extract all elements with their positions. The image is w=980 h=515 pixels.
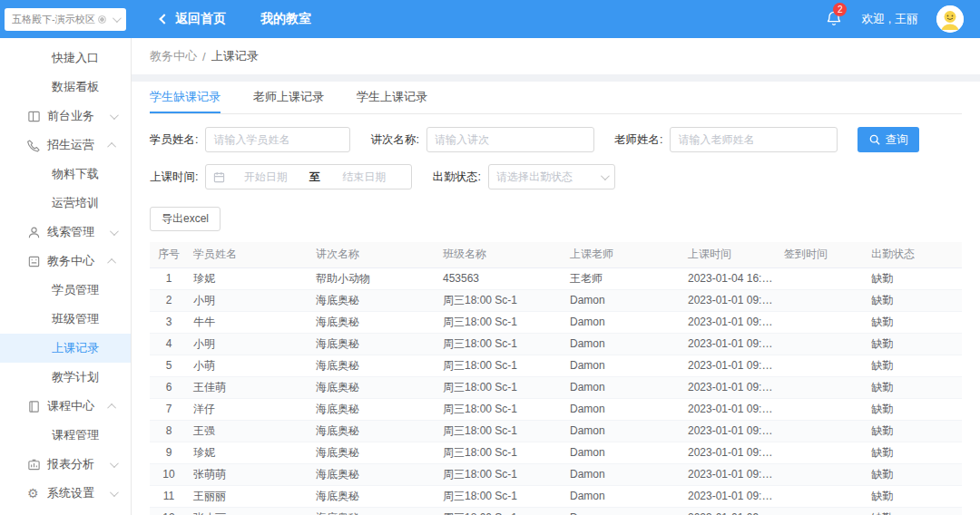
chevron-up-icon [107,258,116,267]
avatar[interactable] [936,5,964,33]
attendance-status-label: 出勤状态: [432,170,480,185]
table-row: 10张萌萌海底奥秘周三18:00 Sc-1Damon2023-01-01 09:… [150,463,962,485]
cell-讲次名称: 海底奥秘 [310,463,437,485]
chevron-down-icon [110,111,119,120]
sidebar-item-物料下载[interactable]: 物料下载 [0,160,131,189]
search-icon [869,134,880,145]
cell-学员姓名: 珍妮 [188,442,310,463]
notification-bell-button[interactable]: 2 [825,9,843,30]
tab-老师上课记录[interactable]: 老师上课记录 [253,82,324,113]
sidebar-item-报表分析[interactable]: 报表分析 [0,450,131,479]
student-name-input[interactable] [205,127,350,152]
campus-badge-icon [98,15,106,24]
cell-班级名称: 周三18:00 Sc-1 [437,463,564,485]
sidebar-item-label: 班级管理 [52,305,99,334]
cell-签到时间 [779,311,866,333]
cell-签到时间 [779,267,866,289]
cell-讲次名称: 帮助小动物 [310,267,437,289]
cell-签到时间 [779,442,866,463]
cell-讲次名称: 海底奥秘 [310,442,437,463]
cell-学员姓名: 王丽丽 [188,485,310,507]
search-button[interactable]: 查询 [858,127,919,152]
sidebar-item-课程中心[interactable]: 课程中心 [0,392,131,421]
cell-出勤状态: 缺勤 [866,333,962,355]
campus-select[interactable]: 五格殿下-演示校区 [5,8,126,31]
attendance-status-select[interactable]: 请选择出勤状态 [488,164,615,189]
sidebar-item-学员管理[interactable]: 学员管理 [0,276,131,305]
back-home-link[interactable]: 返回首页 [161,11,226,27]
breadcrumb-current: 上课记录 [211,48,259,64]
cell-上课老师: Damon [564,420,682,442]
student-name-label: 学员姓名: [150,132,198,148]
layout-icon [27,110,41,123]
sidebar-item-教务中心[interactable]: 教务中心 [0,247,131,276]
attendance-status-placeholder: 请选择出勤状态 [496,170,601,185]
chart-icon [27,458,41,471]
sidebar-item-label: 运营培训 [52,189,99,218]
teacher-name-input[interactable] [670,127,838,152]
cell-上课时间: 2023-01-01 09:19:09 [682,398,779,420]
sidebar-item-label: 前台业务 [47,102,94,131]
cell-签到时间 [779,355,866,376]
cell-签到时间 [779,376,866,398]
sidebar-item-系统设置[interactable]: ⚙系统设置 [0,479,131,508]
cell-班级名称: 周三18:00 Sc-1 [437,507,564,515]
cell-学员姓名: 张小丽 [188,507,310,515]
cell-班级名称: 周三18:00 Sc-1 [437,333,564,355]
sidebar-item-快捷入口[interactable]: 快捷入口 [0,44,131,73]
sidebar-item-招生运营[interactable]: 招生运营 [0,131,131,160]
sidebar-item-label: 教学计划 [52,363,99,392]
sidebar-item-前台业务[interactable]: 前台业务 [0,102,131,131]
column-header-班级名称: 班级名称 [437,242,564,267]
cell-上课老师: Damon [564,333,682,355]
sidebar-item-课程管理[interactable]: 课程管理 [0,421,131,450]
cell-班级名称: 周三18:00 Sc-1 [437,485,564,507]
filter-row-1: 学员姓名: 讲次名称: 老师姓名: 查询 [150,127,962,152]
column-header-上课老师: 上课老师 [564,242,682,267]
cell-讲次名称: 海底奥秘 [310,355,437,376]
cell-出勤状态: 缺勤 [866,463,962,485]
cell-序号: 9 [150,442,188,463]
date-range-picker[interactable]: 开始日期 至 结束日期 [205,164,412,189]
cell-出勤状态: 缺勤 [866,485,962,507]
sidebar-item-label: 学员管理 [52,276,99,305]
search-button-label: 查询 [885,132,907,148]
cell-学员姓名: 小萌 [188,355,310,376]
breadcrumb-separator: / [202,50,206,63]
lecture-name-input[interactable] [426,127,594,152]
sidebar-item-教学计划[interactable]: 教学计划 [0,363,131,392]
cell-学员姓名: 小明 [188,333,310,355]
sidebar-item-运营培训[interactable]: 运营培训 [0,189,131,218]
column-header-上课时间: 上课时间 [682,242,779,267]
cell-讲次名称: 海底奥秘 [310,398,437,420]
cell-学员姓名: 王佳萌 [188,376,310,398]
cell-序号: 6 [150,376,188,398]
cell-序号: 2 [150,289,188,311]
cell-学员姓名: 珍妮 [188,267,310,289]
tab-学生缺课记录[interactable]: 学生缺课记录 [150,82,220,113]
table-row: 12张小丽海底奥秘周三18:00 Sc-1Damon2023-01-01 09:… [150,507,962,515]
content-card: 学生缺课记录老师上课记录学生上课记录 学员姓名: 讲次名称: 老师姓名: [132,82,980,515]
sidebar-item-label: 数据看板 [52,73,99,102]
my-classroom-link[interactable]: 我的教室 [260,11,311,27]
export-excel-button[interactable]: 导出excel [150,207,220,231]
cell-序号: 1 [150,267,188,289]
sidebar-item-label: 招生运营 [47,131,94,160]
chevron-down-icon [110,488,119,497]
cell-班级名称: 周三18:00 Sc-1 [437,289,564,311]
sidebar-item-班级管理[interactable]: 班级管理 [0,305,131,334]
sidebar-item-线索管理[interactable]: 线索管理 [0,218,131,247]
sidebar-item-数据看板[interactable]: 数据看板 [0,73,131,102]
cell-上课老师: Damon [564,485,682,507]
sidebar-item-上课记录[interactable]: 上课记录 [0,334,131,363]
sidebar-item-label: 系统设置 [47,479,94,508]
tab-学生上课记录[interactable]: 学生上课记录 [357,82,427,113]
table-row: 6王佳萌海底奥秘周三18:00 Sc-1Damon2023-01-01 09:1… [150,376,962,398]
cell-上课时间: 2023-01-01 09:19:09 [682,289,779,311]
cell-上课时间: 2023-01-01 09:19:09 [682,355,779,376]
cell-上课时间: 2023-01-01 09:19:09 [682,507,779,515]
breadcrumb-parent-link[interactable]: 教务中心 [150,48,197,64]
cell-班级名称: 周三18:00 Sc-1 [437,311,564,333]
column-header-签到时间: 签到时间 [779,242,866,267]
cell-出勤状态: 缺勤 [866,507,962,515]
